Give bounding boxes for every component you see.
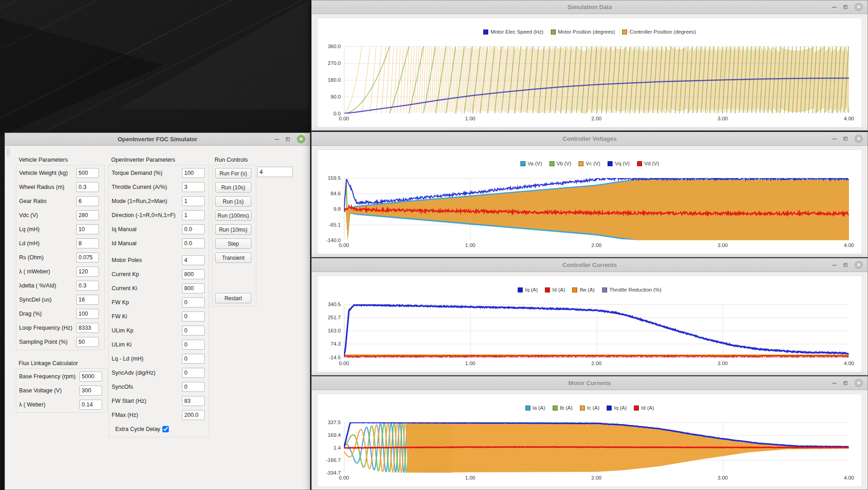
- field-input[interactable]: [79, 371, 102, 381]
- toolbar-grip[interactable]: [6, 148, 10, 156]
- field-label: Base Frequency (rpm): [19, 373, 79, 380]
- field-input[interactable]: [182, 238, 205, 248]
- field-input[interactable]: [76, 295, 99, 305]
- field-input[interactable]: [182, 210, 205, 220]
- field-input[interactable]: [182, 168, 205, 178]
- field-input[interactable]: [182, 255, 205, 265]
- field-input[interactable]: [76, 168, 99, 178]
- restore-icon[interactable]: [843, 137, 848, 141]
- legend-item: Vb (V): [549, 161, 572, 166]
- chart-card: Ia (A)Ib (A)Ic (A)Iq (A)Id (A) 337.5169.…: [317, 394, 862, 487]
- restore-icon[interactable]: [286, 137, 290, 141]
- run-button[interactable]: Run (10ms): [215, 224, 251, 235]
- field-label: Vehicle Weight (kg): [19, 170, 76, 176]
- chart-plot-area: 360.0270.0180.090.00.00.001.002.003.004.…: [344, 46, 849, 114]
- field-input[interactable]: [79, 400, 102, 410]
- field-input[interactable]: [182, 224, 205, 234]
- field-input[interactable]: [182, 312, 205, 322]
- field-input[interactable]: [182, 283, 205, 293]
- field-input[interactable]: [182, 297, 205, 307]
- field-row: SyncDel (us): [19, 295, 102, 305]
- field-input[interactable]: [182, 396, 205, 406]
- minimize-icon[interactable]: [275, 139, 279, 140]
- field-input[interactable]: [76, 323, 99, 333]
- field-input[interactable]: [76, 252, 99, 262]
- close-icon[interactable]: ✕: [854, 134, 863, 143]
- x-axis-tick-label: 2.00: [591, 361, 601, 366]
- chart-canvas: [344, 422, 849, 473]
- field-input[interactable]: [182, 382, 205, 392]
- field-input[interactable]: [76, 196, 99, 206]
- field-label: Current Kp: [112, 271, 182, 277]
- window-openinverter-foc-simulator: OpenInverter FOC Simulator ✕ Vehicle Par…: [5, 133, 310, 490]
- titlebar[interactable]: Simulation Data ✕: [312, 0, 868, 14]
- openinverter-parameters-group: Torque Demand (%) Throttle Current (A/%)…: [108, 165, 209, 437]
- field-input[interactable]: [76, 224, 99, 234]
- field-input[interactable]: [76, 238, 99, 248]
- run-for-seconds-input[interactable]: [257, 167, 293, 177]
- legend-item: Ifw (A): [572, 287, 594, 292]
- chart-legend: Va (V)Vb (V)Vc (V)Vq (V)Vd (V): [318, 161, 862, 166]
- restore-icon[interactable]: [843, 5, 848, 9]
- field-input[interactable]: [76, 267, 99, 277]
- run-for-button[interactable]: Run For (s): [215, 168, 251, 178]
- field-input[interactable]: [79, 386, 102, 396]
- minimize-icon[interactable]: [832, 383, 837, 384]
- run-button[interactable]: Transient: [215, 252, 251, 263]
- titlebar[interactable]: Controller Currents ✕: [312, 258, 868, 272]
- window-controller-voltages: Controller Voltages ✕ Va (V)Vb (V)Vc (V)…: [311, 132, 868, 257]
- field-label: Direction (-1=R,0=N,1=F): [112, 212, 182, 218]
- titlebar[interactable]: Motor Currents ✕: [312, 376, 868, 390]
- field-row: Lq - Ld (mH): [112, 354, 206, 364]
- section-title-vehicle: Vehicle Parameters: [19, 157, 68, 163]
- window-title: Controller Currents: [563, 262, 617, 268]
- run-button[interactable]: Step: [215, 238, 251, 249]
- chart-legend: Motor Elec Speed (Hz)Motor Position (deg…: [318, 29, 862, 35]
- restore-icon[interactable]: [843, 381, 848, 385]
- field-input[interactable]: [182, 340, 205, 350]
- field-input[interactable]: [76, 182, 99, 192]
- run-button[interactable]: Run (1s): [215, 196, 251, 207]
- run-button[interactable]: Run (100ms): [215, 210, 251, 221]
- field-input[interactable]: [182, 326, 205, 336]
- minimize-icon[interactable]: [832, 7, 837, 8]
- field-input[interactable]: [182, 269, 205, 279]
- field-input[interactable]: [76, 309, 99, 319]
- close-icon[interactable]: ✕: [297, 135, 305, 144]
- field-label: FW Kp: [112, 299, 182, 306]
- minimize-icon[interactable]: [832, 139, 837, 139]
- y-axis-tick-label: 84.6: [331, 191, 341, 196]
- chart-card: Motor Elec Speed (Hz)Motor Position (deg…: [317, 18, 862, 128]
- chart-card: Iq (A)Id (A)Ifw (A)Throttle Reduction (%…: [317, 276, 862, 372]
- field-input[interactable]: [182, 368, 205, 378]
- close-icon[interactable]: ✕: [854, 261, 863, 269]
- field-input[interactable]: [182, 410, 205, 420]
- field-input[interactable]: [182, 196, 205, 206]
- field-input[interactable]: [76, 337, 99, 347]
- titlebar[interactable]: Controller Voltages ✕: [312, 132, 868, 146]
- field-row: Ld (mH): [19, 238, 102, 248]
- x-axis-tick-label: 4.00: [844, 243, 854, 248]
- field-label: Id Manual: [112, 240, 182, 247]
- window-simulation-data: Simulation Data ✕ Motor Elec Speed (Hz)M…: [311, 0, 868, 131]
- restart-button[interactable]: Restart: [215, 293, 251, 303]
- field-input[interactable]: [182, 354, 205, 364]
- legend-item: Throttle Reduction (%): [602, 287, 662, 292]
- close-icon[interactable]: ✕: [854, 379, 863, 387]
- extra-cycle-checkbox[interactable]: [162, 426, 169, 432]
- field-input[interactable]: [182, 182, 205, 192]
- chart-plot-area: 159.584.69.8-65.1-140.00.001.002.003.004…: [344, 178, 849, 240]
- chart-card: Va (V)Vb (V)Vc (V)Vq (V)Vd (V) 159.584.6…: [317, 149, 862, 254]
- field-input[interactable]: [76, 281, 99, 291]
- minimize-icon[interactable]: [832, 265, 837, 266]
- restore-icon[interactable]: [843, 263, 848, 267]
- close-icon[interactable]: ✕: [854, 3, 863, 11]
- titlebar[interactable]: OpenInverter FOC Simulator ✕: [5, 133, 310, 146]
- legend-label: Va (V): [528, 161, 542, 166]
- field-input[interactable]: [76, 210, 99, 220]
- legend-label: Vb (V): [557, 161, 572, 166]
- x-axis-tick-label: 1.00: [465, 361, 475, 366]
- y-axis-tick-label: 169.4: [328, 432, 341, 438]
- run-button[interactable]: Run (10s): [215, 182, 251, 193]
- field-label: Motor Poles: [112, 257, 182, 263]
